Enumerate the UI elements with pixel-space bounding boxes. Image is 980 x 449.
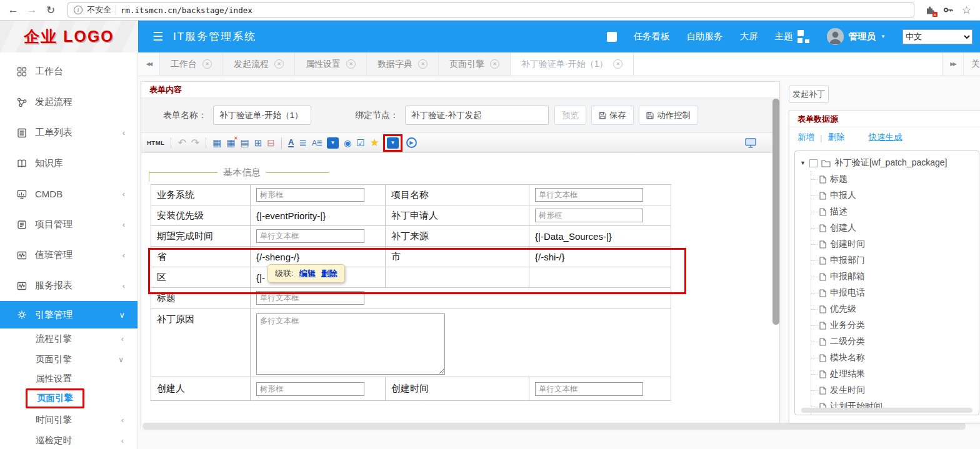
topbar-item-self-service[interactable]: 自助服务 xyxy=(687,31,723,42)
tree-item[interactable]: 模块名称 xyxy=(811,350,979,366)
tree-root-node[interactable]: ▼ 补丁验证[wf_patch_package] xyxy=(800,155,979,171)
vertical-scrollbar[interactable] xyxy=(772,99,779,325)
layout-square-icon[interactable] xyxy=(607,32,617,42)
cascade-edit-link[interactable]: 编辑 xyxy=(299,268,316,279)
tree-select-field[interactable] xyxy=(256,188,364,202)
sidebar-subitem-time-engine[interactable]: 时间引擎 ‹ xyxy=(0,410,138,430)
tab-close-icon[interactable]: ✕ xyxy=(274,59,284,69)
topbar-item-task-board[interactable]: 任务看板 xyxy=(634,31,670,42)
delete-link[interactable]: 删除 xyxy=(828,132,845,143)
tree-item[interactable]: 申报电话 xyxy=(811,285,979,301)
tab-close-icon[interactable]: ✕ xyxy=(613,59,622,69)
tab-close-icon[interactable]: ✕ xyxy=(490,59,499,69)
tree-item[interactable]: 申报邮箱 xyxy=(811,269,979,285)
preview-button[interactable]: 预览 xyxy=(554,106,586,125)
tree-item[interactable]: 发生时间 xyxy=(811,382,979,398)
insert-radio-widget-icon[interactable]: ◉ xyxy=(344,139,351,147)
insert-cascade-select-icon[interactable]: ▼ xyxy=(387,137,399,149)
line-style-icon[interactable]: ≣ xyxy=(299,138,307,147)
tree-item[interactable]: 优先级 xyxy=(811,301,979,317)
tree-item[interactable]: 标题 xyxy=(811,171,979,187)
bookmark-star-icon[interactable]: ☆ xyxy=(962,4,971,17)
browser-back-icon[interactable]: ← xyxy=(6,4,20,16)
text-field[interactable] xyxy=(256,229,364,243)
tab-page-engine[interactable]: 页面引擎 ✕ xyxy=(439,52,511,76)
sidebar-item-duty[interactable]: 值班管理 ‹ xyxy=(0,240,138,270)
tab-workbench[interactable]: 工作台 ✕ xyxy=(160,52,223,76)
multiline-text-field[interactable] xyxy=(256,313,445,375)
tab-start-flow[interactable]: 发起流程 ✕ xyxy=(223,52,295,76)
sidebar-item-project[interactable]: 项目管理 ‹ xyxy=(0,209,138,240)
tree-item[interactable]: 处理结果 xyxy=(811,366,979,382)
tab-data-dictionary[interactable]: 数据字典 ✕ xyxy=(367,52,439,76)
extension-puzzle-icon[interactable]: ✕ xyxy=(924,4,936,16)
redo-icon[interactable]: ↷ xyxy=(191,138,199,148)
tree-item[interactable]: 申报部门 xyxy=(811,252,979,269)
topbar-item-big-screen[interactable]: 大屏 xyxy=(740,31,758,42)
action-control-button[interactable]: 动作控制 xyxy=(639,106,698,125)
delete-column-icon[interactable]: ⊟ xyxy=(267,138,275,147)
browser-address-bar[interactable]: i 不安全 rm.itsmcn.cn/backstage/index xyxy=(68,2,914,17)
font-color-icon[interactable]: A xyxy=(288,138,294,147)
user-menu[interactable]: 管理员 ▼ xyxy=(827,28,886,45)
tree-item[interactable]: 创建人 xyxy=(811,220,979,236)
sidebar-subitem-page-engine-group[interactable]: 页面引擎 ∨ xyxy=(0,349,138,370)
sidebar-subitem-page-engine-current[interactable]: 页面引擎 xyxy=(0,387,138,410)
tree-select-field[interactable] xyxy=(535,209,643,222)
horizontal-scrollbar[interactable] xyxy=(142,423,966,430)
topbar-item-theme[interactable]: 主题 xyxy=(775,30,810,43)
tab-close-icon[interactable]: ✕ xyxy=(346,59,356,69)
fullscreen-monitor-icon[interactable] xyxy=(745,138,756,148)
tree-item[interactable]: 申报人 xyxy=(811,187,979,204)
delete-table-icon[interactable]: ▦✕ xyxy=(226,138,235,147)
sidebar-item-workbench[interactable]: 工作台 xyxy=(0,56,138,87)
cascade-delete-link[interactable]: 删除 xyxy=(321,268,338,279)
tree-checkbox[interactable] xyxy=(809,159,818,167)
undo-icon[interactable]: ↶ xyxy=(178,138,186,148)
insert-select-widget-icon[interactable]: ▼ xyxy=(327,137,339,149)
bind-node-input[interactable] xyxy=(405,106,549,125)
info-icon[interactable]: i xyxy=(74,6,82,14)
browser-refresh-icon[interactable]: ↻ xyxy=(44,4,58,17)
tree-expand-icon[interactable]: ▼ xyxy=(800,160,806,166)
quick-generate-link[interactable]: 快速生成 xyxy=(869,132,902,143)
insert-checkbox-widget-icon[interactable]: ☑ xyxy=(356,138,364,147)
tab-close-icon[interactable]: ✕ xyxy=(418,59,428,69)
tree-item[interactable]: 二级分类 xyxy=(811,333,979,350)
tree-item[interactable]: 创建时间 xyxy=(811,236,979,252)
insert-table-icon[interactable]: ▦ xyxy=(212,138,221,147)
sidebar-item-knowledge-base[interactable]: 知识库 xyxy=(0,148,138,179)
html-source-icon[interactable]: HTML xyxy=(147,140,164,146)
sidebar-item-cmdb[interactable]: CMDB ‹ xyxy=(0,179,138,209)
sidebar-subitem-attribute-settings[interactable]: 属性设置 xyxy=(0,370,138,387)
sidebar-item-engine[interactable]: 引擎管理 ∨ xyxy=(0,301,138,328)
tab-patch-form-active[interactable]: 补丁验证单-开始（1） ✕ xyxy=(511,52,634,76)
tree-item[interactable]: 描述 xyxy=(811,204,979,220)
insert-action-widget-icon[interactable]: ▶ xyxy=(406,137,417,148)
launch-patch-button[interactable]: 发起补丁 xyxy=(789,86,829,103)
tree-select-field[interactable] xyxy=(256,382,364,396)
save-button[interactable]: 保存 xyxy=(591,106,634,125)
text-field[interactable] xyxy=(256,291,364,305)
tab-scroll-left-icon[interactable]: ◀◀ xyxy=(138,52,160,76)
sidebar-subitem-inspection-schedule[interactable]: 巡检定时 ‹ xyxy=(0,430,138,449)
text-field[interactable] xyxy=(535,188,643,202)
text-field[interactable] xyxy=(535,382,643,396)
form-name-input[interactable] xyxy=(213,106,311,125)
key-icon[interactable] xyxy=(943,4,954,16)
tab-close-icon[interactable]: ✕ xyxy=(202,59,212,69)
add-link[interactable]: 新增 xyxy=(798,132,814,143)
tab-scroll-right-icon[interactable]: ▶▶ xyxy=(942,52,964,76)
insert-row-icon[interactable]: ⊞ xyxy=(254,138,262,147)
paragraph-format-icon[interactable]: A≣ xyxy=(312,139,322,147)
tree-horizontal-scrollbar[interactable] xyxy=(801,408,972,413)
language-select[interactable]: 中文 xyxy=(902,29,972,44)
insert-star-widget-icon[interactable]: ★ xyxy=(370,137,379,148)
browser-forward-icon[interactable]: → xyxy=(25,4,39,16)
sidebar-item-start-flow[interactable]: 发起流程 xyxy=(0,87,138,117)
cell-properties-icon[interactable]: ▤ xyxy=(241,138,249,147)
close-all-tabs-button[interactable]: 关闭 xyxy=(964,52,980,76)
tab-attribute-settings[interactable]: 属性设置 ✕ xyxy=(295,52,367,76)
menu-toggle-icon[interactable]: ☰ xyxy=(152,29,163,44)
sidebar-subitem-flow-engine[interactable]: 流程引擎 ‹ xyxy=(0,328,138,349)
